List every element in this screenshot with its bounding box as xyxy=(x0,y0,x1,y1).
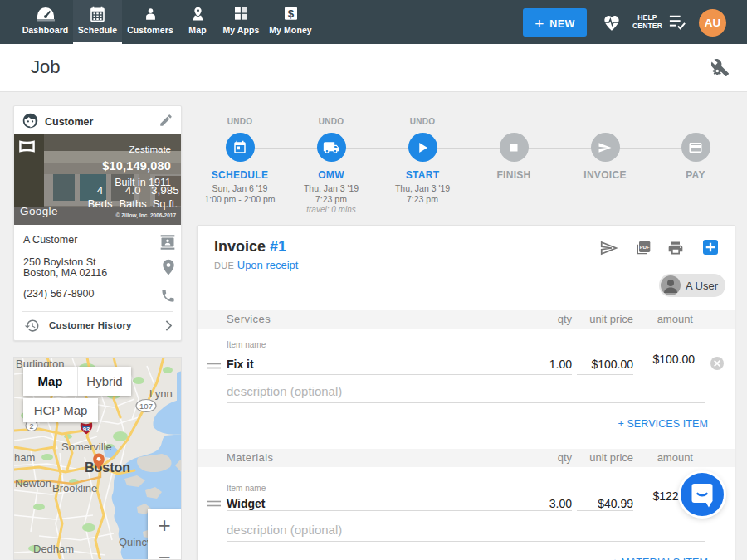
svg-text:2: 2 xyxy=(29,422,33,431)
svg-text:ham: ham xyxy=(14,451,35,464)
svg-text:Boston: Boston xyxy=(85,460,130,475)
svg-text:PDF: PDF xyxy=(640,245,650,250)
svg-text:Newton: Newton xyxy=(15,477,51,489)
svg-text:107: 107 xyxy=(139,402,153,411)
svg-text:93: 93 xyxy=(83,426,90,433)
svg-text:Brookline: Brookline xyxy=(52,482,97,494)
svg-text:Lynn: Lynn xyxy=(149,387,173,400)
svg-text:Dedham: Dedham xyxy=(33,543,74,555)
svg-text:Somerville: Somerville xyxy=(61,441,112,453)
svg-text:$: $ xyxy=(287,7,294,20)
